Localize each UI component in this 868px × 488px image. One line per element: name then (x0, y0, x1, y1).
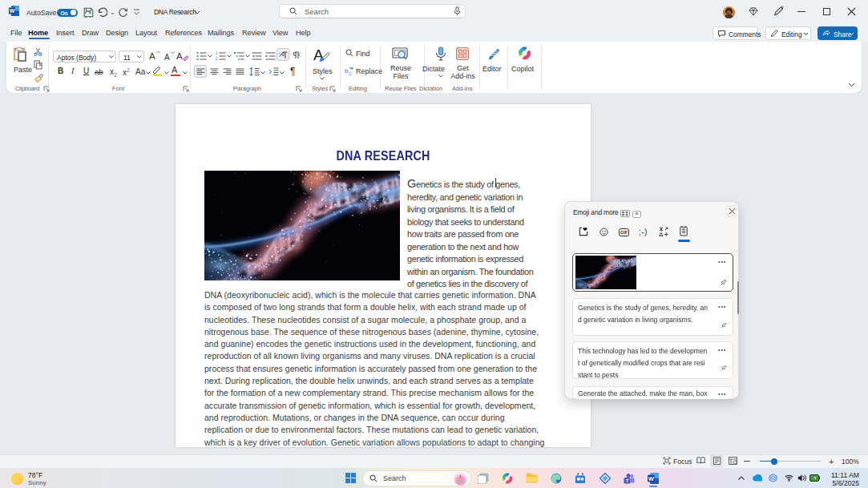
svg-text:T: T (626, 478, 629, 483)
svg-text:GIF: GIF (620, 230, 628, 235)
svg-text:2: 2 (216, 57, 218, 61)
svg-text:c: c (349, 70, 352, 75)
svg-text:W: W (648, 475, 655, 482)
svg-text:W: W (10, 8, 15, 14)
svg-text:1: 1 (216, 51, 218, 55)
